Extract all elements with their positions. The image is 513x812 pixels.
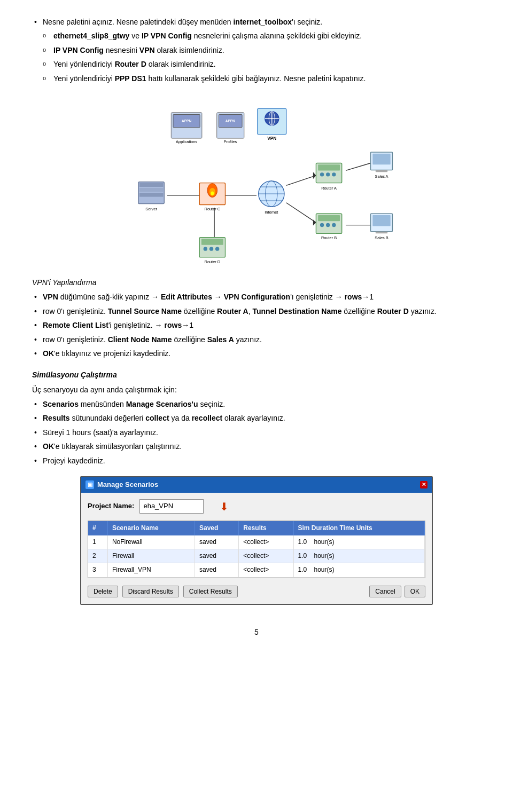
bold-internet-toolbox: internet_toolbox (233, 18, 292, 26)
row3-duration: 1.0 hour(s) (293, 563, 425, 577)
row1-saved: saved (195, 535, 238, 549)
row2-duration: 1.0 hour(s) (293, 549, 425, 563)
svg-rect-54 (372, 215, 390, 226)
sub-item-4: Yeni yönlendiriciyi PPP DS1 hattı kullan… (32, 73, 481, 84)
svg-rect-45 (376, 170, 387, 172)
svg-point-49 (320, 223, 324, 227)
col-header-results: Results (239, 521, 293, 535)
bold-ok-1: OK (43, 349, 54, 358)
manage-scenarios-dialog: ▣ Manage Scenarios ✕ Project Name: eha_V… (80, 476, 433, 605)
row2-saved: saved (195, 549, 238, 563)
svg-point-59 (204, 247, 207, 250)
vpn-list-item-5: OK'e tıklayınız ve projenizi kaydediniz. (32, 348, 481, 359)
dialog-body: Project Name: eha_VPN ⬇ # Scenario Name … (81, 493, 432, 604)
row1-duration: 1.0 hour(s) (293, 535, 425, 549)
page-number: 5 (32, 626, 481, 638)
svg-text:Sales A: Sales A (375, 174, 388, 179)
row1-results: <collect> (239, 535, 293, 549)
bold-vpn-node: VPN (43, 293, 58, 301)
delete-button[interactable]: Delete (88, 586, 118, 597)
svg-text:Internet: Internet (265, 210, 278, 215)
row3-saved: saved (195, 563, 238, 577)
bold-manage-scenarios: Manage Scenarios'u (126, 400, 198, 408)
table-row: 3 Firewall_VPN saved <collect> 1.0 hour(… (88, 563, 425, 577)
bold-scenarios: Scenarios (43, 400, 79, 408)
row2-num: 2 (88, 549, 107, 563)
bold-remote-client: Remote Client List (43, 321, 108, 329)
bold-ip-vpn-config-1: IP VPN Config (142, 31, 192, 40)
svg-point-50 (326, 223, 330, 227)
svg-rect-44 (372, 154, 390, 164)
vpn-list-item-3: Remote Client List'i genişletiniz. → row… (32, 319, 481, 331)
sim-item-3: Süreyi 1 hours (saat)'a ayarlayınız. (32, 427, 481, 438)
svg-text:Sales B: Sales B (375, 235, 388, 240)
table-header-row: # Scenario Name Saved Results Sim Durati… (88, 521, 425, 535)
project-name-label: Project Name: (88, 501, 134, 512)
bold-rows-2: rows (165, 321, 182, 329)
svg-line-4 (346, 163, 370, 170)
svg-point-51 (332, 223, 336, 227)
dialog-title: Manage Scenarios (97, 479, 158, 491)
col-header-sim-duration: Sim Duration Time Units (293, 521, 425, 535)
bold-recollect: recollect (192, 414, 223, 422)
row1-num: 1 (88, 535, 107, 549)
svg-point-60 (209, 247, 213, 250)
svg-text:Router A: Router A (321, 186, 337, 191)
project-name-row: Project Name: eha_VPN ⬇ (88, 498, 425, 515)
svg-point-61 (215, 247, 219, 250)
bold-router-d-2: Router D (377, 307, 409, 316)
network-diagram: APPN Applications APPN Profiles VPN Serv… (118, 95, 395, 266)
svg-marker-63 (313, 172, 316, 179)
ok-button[interactable]: OK (405, 586, 425, 597)
collect-results-button[interactable]: Collect Results (183, 586, 238, 597)
bold-tunnel-source: Tunnel Source Name (108, 307, 182, 316)
bold-router-a: Router A (217, 307, 248, 316)
sim-item-1: Scenarios menüsünden Manage Scenarios'u … (32, 398, 481, 410)
bold-router-d: Router D (115, 60, 146, 68)
bold-ok-2: OK (43, 442, 54, 451)
vpn-config-section: VPN'i Yapılandırma VPN düğümüne sağ-klik… (32, 277, 481, 359)
sim-item-4: OK'e tıklayarak simülasyonları çalıştırı… (32, 440, 481, 452)
text-open-palette: Nesne paletini açınız. Nesne paletindeki… (43, 18, 322, 26)
svg-text:Router C: Router C (205, 207, 221, 211)
col-header-num: # (88, 521, 107, 535)
cancel-button[interactable]: Cancel (369, 586, 401, 597)
scenarios-table-wrapper: # Scenario Name Saved Results Sim Durati… (88, 521, 425, 578)
row2-results: <collect> (239, 549, 293, 563)
close-icon[interactable]: ✕ (420, 481, 428, 488)
scenarios-table: # Scenario Name Saved Results Sim Durati… (88, 521, 425, 578)
bold-ip-vpn-config-2: IP VPN Config (53, 46, 104, 54)
vpn-list-item-1: VPN düğümüne sağ-klik yapınız → Edit Att… (32, 291, 481, 303)
list-item-1: Nesne paletini açınız. Nesne paletindeki… (32, 16, 481, 28)
dialog-icon: ▣ (86, 480, 94, 489)
simulation-title: Simülasyonu Çalıştırma (32, 369, 481, 381)
row3-results: <collect> (239, 563, 293, 577)
vpn-section-title: VPN'i Yapılandırma (32, 277, 481, 288)
dialog-titlebar: ▣ Manage Scenarios ✕ (81, 477, 432, 493)
vpn-list-item-2: row 0'ı genişletiniz. Tunnel Source Name… (32, 305, 481, 317)
bold-rows-1: rows (345, 293, 362, 301)
discard-results-button[interactable]: Discard Results (122, 586, 179, 597)
svg-point-40 (326, 172, 330, 176)
table-row: 2 Firewall saved <collect> 1.0 hour(s) (88, 549, 425, 563)
sim-item-2: Results sütunundaki değerleri collect ya… (32, 412, 481, 424)
svg-text:VPN: VPN (267, 136, 276, 141)
svg-rect-24 (139, 193, 164, 196)
row3-name: Firewall_VPN (107, 563, 195, 577)
svg-rect-48 (318, 215, 340, 221)
row1-name: NoFirewall (107, 535, 195, 549)
simulation-intro: Üç senaryoyu da aynı anda çalıştırmak iç… (32, 384, 481, 396)
project-name-input[interactable]: eha_VPN (139, 499, 204, 514)
table-row: 1 NoFirewall saved <collect> 1.0 hour(s) (88, 535, 425, 549)
sub-item-2: IP VPN Config nesnesini VPN olarak isiml… (32, 44, 481, 56)
sub-item-3: Yeni yönlendiriciyi Router D olarak isim… (32, 58, 481, 70)
svg-text:APPN: APPN (182, 119, 191, 123)
svg-line-2 (286, 176, 316, 186)
bold-vpn: VPN (139, 46, 155, 54)
svg-point-39 (320, 172, 324, 176)
bold-collect: collect (145, 414, 169, 422)
scenarios-table-body: 1 NoFirewall saved <collect> 1.0 hour(s)… (88, 535, 425, 577)
dialog-button-row: Delete Discard Results Collect Results C… (88, 582, 425, 598)
svg-text:Router B: Router B (321, 235, 337, 240)
svg-marker-64 (313, 219, 316, 225)
